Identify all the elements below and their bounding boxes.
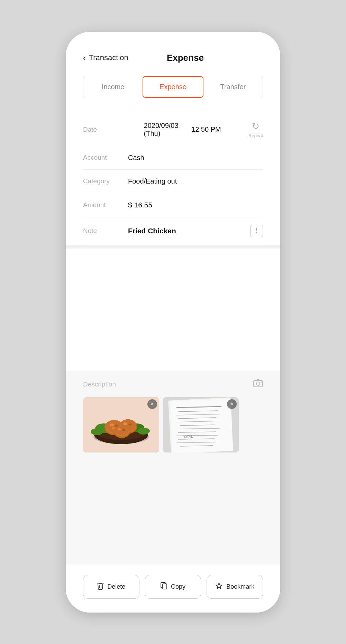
back-label: Transaction	[89, 53, 128, 62]
amount-row[interactable]: Amount $ 16.55	[83, 193, 263, 217]
date-row: Date 2020/09/03 (Thu) 12:50 PM ↻ Repeat	[83, 113, 263, 146]
svg-point-26	[118, 428, 121, 430]
time-value: 12:50 PM	[191, 125, 233, 133]
repeat-button[interactable]: ↻ Repeat	[248, 121, 263, 138]
account-row[interactable]: Account Cash	[83, 146, 263, 170]
back-chevron-icon: ‹	[83, 53, 86, 63]
note-info-button[interactable]: !	[251, 225, 263, 237]
svg-point-27	[122, 429, 125, 431]
svg-point-21	[123, 422, 127, 425]
food-image-thumb: ×	[83, 397, 159, 452]
food-image-close-button[interactable]: ×	[147, 399, 157, 409]
description-section: Description	[66, 371, 280, 564]
copy-label: Copy	[171, 583, 185, 590]
image-grid: ×	[66, 397, 280, 463]
header: ‹ Transaction Expense	[83, 53, 263, 63]
receipt-image-close-button[interactable]: ×	[227, 399, 237, 409]
tab-expense[interactable]: Expense	[143, 76, 203, 98]
category-value: Food/Eating out	[128, 177, 263, 185]
delete-label: Delete	[107, 583, 125, 590]
account-label: Account	[83, 154, 128, 161]
note-value: Fried Chicken	[128, 227, 251, 235]
back-button[interactable]: ‹ Transaction	[83, 53, 128, 63]
bookmark-button[interactable]: Bookmark	[207, 575, 263, 599]
svg-point-2	[261, 382, 262, 383]
svg-point-25	[115, 426, 129, 435]
action-bar: Delete Copy Bookmark	[66, 564, 280, 613]
account-value: Cash	[128, 154, 263, 162]
date-value: 2020/09/03 (Thu)	[144, 122, 185, 138]
tab-transfer[interactable]: Transfer	[203, 76, 263, 98]
svg-point-10	[91, 428, 103, 435]
note-label: Note	[83, 227, 128, 235]
section-divider	[66, 245, 280, 249]
repeat-icon: ↻	[252, 121, 260, 132]
page-title: Expense	[128, 53, 242, 63]
bookmark-label: Bookmark	[226, 583, 254, 590]
svg-point-15	[110, 423, 114, 426]
category-row[interactable]: Category Food/Eating out	[83, 170, 263, 193]
amount-value: $ 16.55	[128, 201, 263, 209]
svg-point-11	[137, 428, 150, 435]
amount-label: Amount	[83, 201, 128, 209]
phone-content: ‹ Transaction Expense Income Expense Tra…	[66, 32, 280, 371]
description-placeholder[interactable]: Description	[83, 381, 116, 388]
delete-button[interactable]: Delete	[83, 575, 139, 599]
repeat-label: Repeat	[248, 133, 263, 138]
trash-icon	[97, 582, 104, 591]
star-icon	[215, 582, 223, 591]
svg-point-16	[115, 424, 118, 427]
phone-shell: ‹ Transaction Expense Income Expense Tra…	[66, 32, 280, 613]
svg-rect-46	[163, 584, 167, 589]
date-label: Date	[83, 126, 128, 133]
copy-icon	[161, 582, 167, 591]
svg-text:TOTAL: TOTAL	[182, 435, 193, 439]
tab-group: Income Expense Transfer	[83, 76, 263, 98]
form-section: Date 2020/09/03 (Thu) 12:50 PM ↻ Repeat …	[83, 113, 263, 245]
description-header: Description	[66, 379, 280, 390]
category-label: Category	[83, 177, 128, 185]
note-row[interactable]: Note Fried Chicken !	[83, 217, 263, 245]
tab-income[interactable]: Income	[83, 76, 143, 98]
date-value-group: 2020/09/03 (Thu) 12:50 PM	[144, 122, 233, 138]
camera-icon[interactable]	[253, 379, 263, 390]
exclamation-icon: !	[256, 227, 257, 234]
receipt-image-thumb: TOTAL ×	[163, 397, 239, 452]
svg-point-22	[128, 423, 132, 426]
copy-button[interactable]: Copy	[145, 575, 201, 599]
svg-point-1	[256, 382, 260, 385]
